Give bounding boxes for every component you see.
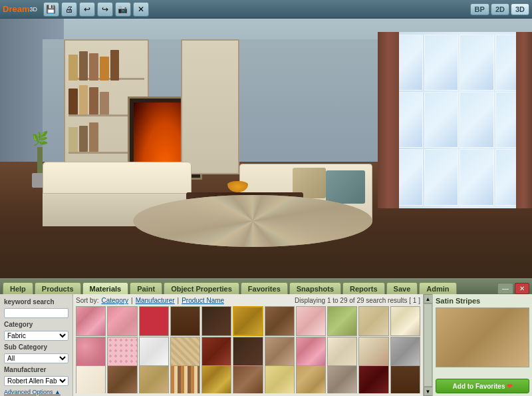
save-button[interactable]: 💾 (43, 2, 59, 17)
sort-product-name-link[interactable]: Product Name (182, 297, 224, 304)
tab-products[interactable]: Products (35, 282, 81, 294)
toolbar: Dream 3D 💾 🖨 ↩ ↪ 📷 ✕ BP 2D 3D (0, 0, 532, 19)
swatch-30[interactable] (296, 365, 326, 393)
sort-by-label: Sort by: (76, 297, 98, 304)
minimize-button[interactable]: — (497, 283, 513, 294)
swatch-29[interactable] (265, 365, 295, 393)
swatch-17[interactable] (233, 337, 263, 367)
swatch-18[interactable] (265, 337, 295, 367)
swatch-21[interactable] (358, 337, 388, 367)
category-label: Category (4, 321, 68, 328)
add-favorites-label: Add to Favorites (453, 383, 505, 390)
curtain-right (516, 32, 532, 208)
swatch-2[interactable] (107, 306, 137, 336)
camera-button[interactable]: 📷 (115, 2, 131, 17)
tab-favorites[interactable]: Favorites (241, 282, 288, 294)
sort-manufacturer-link[interactable]: Manufacturer (136, 297, 175, 304)
swatch-16[interactable] (201, 337, 231, 367)
tab-object-properties[interactable]: Object Properties (164, 282, 239, 294)
2d-view-button[interactable]: 2D (491, 3, 509, 15)
subcategory-select[interactable]: All (4, 353, 68, 363)
exit-button[interactable]: ✕ (133, 2, 149, 17)
swatch-27[interactable] (201, 365, 231, 393)
swatch-31[interactable] (327, 365, 357, 393)
scroll-bar: ▲ ▼ (423, 294, 432, 396)
curtain-left (378, 32, 399, 208)
swatch-32[interactable] (358, 365, 388, 393)
swatch-11[interactable] (390, 306, 420, 336)
close-button[interactable]: ✕ (515, 283, 529, 294)
redo-button[interactable]: ↪ (97, 2, 113, 17)
tab-help[interactable]: Help (3, 282, 33, 294)
undo-button[interactable]: ↩ (79, 2, 95, 17)
swatch-33[interactable] (390, 365, 420, 393)
tab-paint[interactable]: Paint (130, 282, 162, 294)
swatch-3[interactable] (139, 306, 169, 336)
logo-suffix: 3D (29, 6, 37, 13)
app-logo: Dream 3D (3, 4, 37, 14)
swatch-9[interactable] (327, 306, 357, 336)
swatch-12[interactable] (76, 337, 106, 367)
category-select[interactable]: Fabric (4, 331, 68, 341)
add-to-favorites-button[interactable]: Add to Favorites ❤ (436, 379, 529, 393)
tab-admin[interactable]: Admin (419, 282, 456, 294)
advanced-options-link[interactable]: Advanced Options ▲ (4, 389, 68, 395)
swatch-1[interactable] (76, 306, 106, 336)
swatch-19[interactable] (296, 337, 326, 367)
subcategory-label: Sub Category (4, 343, 68, 351)
fabric-grid (76, 306, 420, 393)
view-mode-buttons: BP 2D 3D (470, 3, 529, 15)
swatch-26[interactable] (170, 365, 200, 393)
logo-text: Dream (3, 4, 29, 14)
swatch-6[interactable] (233, 306, 263, 336)
manufacturer-select[interactable]: Robert Allen Fabrics (4, 376, 68, 386)
swatch-5[interactable] (201, 306, 231, 336)
sort-category-link[interactable]: Category (101, 297, 128, 304)
blueprint-view-button[interactable]: BP (470, 3, 489, 15)
bottom-panel: keyword search Category Fabric Sub Categ… (0, 294, 532, 396)
area-rug (133, 195, 372, 247)
right-panel: Satin Stripes Add to Favorites ❤ (432, 294, 532, 396)
swatch-24[interactable] (107, 365, 137, 393)
tab-save[interactable]: Save (386, 282, 418, 294)
result-count: Displaying 1 to 29 of 29 search results … (295, 297, 420, 304)
left-sidebar: keyword search Category Fabric Sub Categ… (0, 294, 73, 396)
keyword-search-input[interactable] (4, 308, 68, 318)
swatch-7[interactable] (265, 306, 295, 336)
main-content: Sort by: Category | Manufacturer | Produ… (73, 294, 423, 396)
swatch-15[interactable] (170, 337, 200, 367)
swatch-14[interactable] (139, 337, 169, 367)
swatch-8[interactable] (296, 306, 326, 336)
room-window (383, 32, 532, 208)
swatch-25[interactable] (139, 365, 169, 393)
swatch-title: Satin Stripes (436, 297, 529, 305)
scroll-up-button[interactable]: ▲ (424, 294, 433, 303)
keyword-label: keyword search (4, 298, 68, 305)
manufacturer-label: Manufacturer (4, 366, 68, 373)
swatch-23[interactable] (76, 365, 106, 393)
swatch-22[interactable] (390, 337, 420, 367)
swatch-28[interactable] (233, 365, 263, 393)
tab-snapshots[interactable]: Snapshots (289, 282, 341, 294)
room-view: 🌿 (0, 19, 532, 278)
scroll-track[interactable] (424, 303, 432, 387)
heart-icon: ❤ (507, 383, 512, 390)
swatch-20[interactable] (327, 337, 357, 367)
scroll-down-button[interactable]: ▼ (424, 387, 433, 396)
tab-materials[interactable]: Materials (82, 282, 129, 294)
nav-tabs: Help Products Materials Paint Object Pro… (0, 278, 532, 294)
3d-view-button[interactable]: 3D (511, 3, 529, 15)
swatch-10[interactable] (358, 306, 388, 336)
sort-bar: Sort by: Category | Manufacturer | Produ… (76, 297, 420, 304)
tab-reports[interactable]: Reports (342, 282, 385, 294)
swatch-13[interactable] (107, 337, 137, 367)
swatch-4[interactable] (170, 306, 200, 336)
swatch-preview (436, 307, 529, 367)
print-button[interactable]: 🖨 (61, 2, 77, 17)
bookcase-right (181, 39, 239, 174)
